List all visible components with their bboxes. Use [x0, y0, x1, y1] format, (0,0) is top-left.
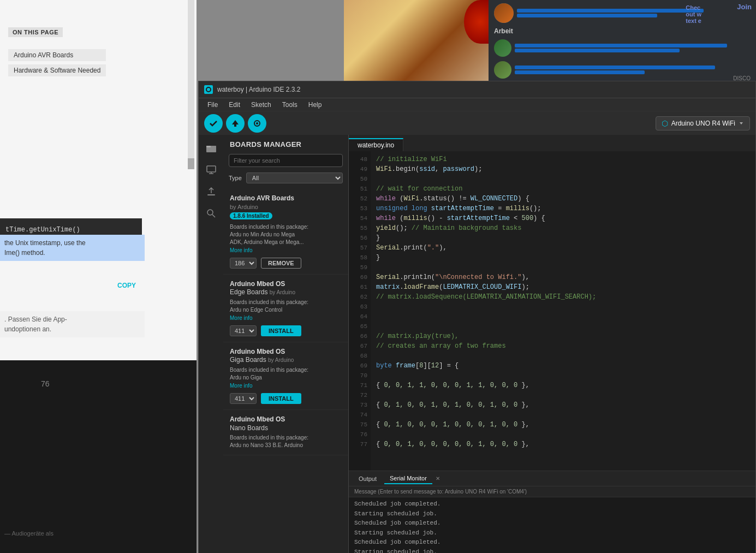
code-line-70 [376, 371, 750, 380]
board-giga-desc: Boards included in this package:Ardu no … [230, 366, 342, 382]
doc-nav-goals[interactable]: Arduino AVR Boards [8, 49, 106, 61]
upload-button[interactable] [226, 114, 245, 133]
code-line-77: { 0, 0, 1, 0, 0, 0, 0, 0, 1, 0, 0, 0 }, [376, 439, 750, 449]
code-line-64 [376, 312, 750, 322]
sidebar-monitor-icon[interactable] [203, 161, 220, 179]
debugger-button[interactable] [248, 114, 266, 133]
boards-search-input[interactable] [229, 154, 343, 167]
board-giga-controls: 411 INSTALL [230, 393, 342, 404]
avatar-3 [494, 61, 511, 79]
output-tab-serial[interactable]: Serial Monitor [384, 473, 432, 484]
board-giga-install-button[interactable]: INSTALL [261, 393, 301, 404]
board-avr-more[interactable]: More info [230, 247, 342, 253]
board-name: Arduino UNO R4 WiFi [671, 120, 735, 127]
board-selector[interactable]: ⬡ Arduino UNO R4 WiFi [656, 116, 750, 130]
join-button[interactable]: Join [737, 3, 752, 11]
line-55: 55 [349, 223, 371, 233]
editor-area: waterboy.ino 48 49 50 51 52 53 54 55 56 … [349, 135, 755, 553]
output-content: Scheduled job completed. Starting schedu… [349, 497, 755, 553]
output-tabs: Output Serial Monitor ✕ [349, 471, 755, 486]
type-select[interactable]: All [246, 173, 343, 183]
sidebar-upload-icon[interactable] [203, 183, 220, 200]
sidebar-icons [199, 135, 223, 553]
join-subtext: Chec out w text e [686, 4, 701, 24]
board-giga-name: Arduino Mbed OSGiga Boards by Arduino [230, 348, 342, 365]
doc-nav-hardware[interactable]: Hardware & Software Needed [8, 64, 106, 76]
menu-tools[interactable]: Tools [278, 100, 302, 110]
board-item-edge: Arduino Mbed OSEdge Boards by Arduino Bo… [223, 275, 348, 342]
scrollbar-thumb[interactable] [188, 158, 194, 169]
app-icon [204, 85, 213, 94]
output-line-2: Starting scheduled job. [354, 509, 750, 519]
line-68: 68 [349, 351, 371, 361]
line-53: 53 [349, 204, 371, 213]
menu-file[interactable]: File [203, 100, 222, 110]
chat-line-2b [515, 49, 680, 52]
join-subtext-lines: Chec out w text e [686, 4, 701, 24]
code-line-51: // wait for connection [376, 184, 750, 194]
line-48: 48 [349, 154, 371, 164]
bottom-counter: 76 [41, 379, 50, 388]
menu-help[interactable]: Help [304, 100, 326, 110]
board-avr-name: Arduino AVR Boards [230, 194, 342, 203]
code-line-67: // creates an array of two frames [376, 341, 750, 351]
chat-line-2a [515, 44, 727, 47]
board-edge-version[interactable]: 411 [230, 325, 257, 336]
line-65: 65 [349, 322, 371, 331]
chat-line-1b [517, 14, 657, 17]
editor-tab-waterboy[interactable]: waterboy.ino [349, 138, 403, 151]
board-nano-name: Arduino Mbed OSNano Boards [230, 415, 342, 432]
chat-line-1a [517, 9, 704, 13]
board-giga-version[interactable]: 411 [230, 393, 257, 404]
svg-marker-0 [232, 120, 239, 127]
board-giga-more[interactable]: More info [230, 383, 342, 389]
close-serial-tab[interactable]: ✕ [436, 475, 440, 481]
main-content: BOARDS MANAGER Type All Arduino AVR Boar… [199, 135, 755, 553]
code-line-62: // matrix.loadSequence(LEDMATRIX_ANIMATI… [376, 292, 750, 302]
board-avr-badge: 1.8.6 Installed [230, 212, 272, 219]
output-panel: Output Serial Monitor ✕ Message (Enter t… [349, 471, 755, 553]
code-line-66: // matrix.play(true), [376, 331, 750, 341]
avatar-1 [494, 3, 514, 23]
board-icon: ⬡ [662, 119, 668, 128]
line-74: 74 [349, 410, 371, 420]
code-line-53: unsigned long startAttemptTime = millis(… [376, 204, 750, 213]
boards-manager-title: BOARDS MANAGER [223, 135, 348, 152]
doc-description-text: the Unix timestamp, use theIme() method. [4, 239, 86, 257]
sidebar-folder-icon[interactable] [203, 139, 220, 157]
board-edge-desc: Boards included in this package:Ardu no … [230, 299, 342, 314]
code-line-75: { 0, 1, 0, 0, 0, 1, 0, 0, 0, 1, 0, 0 }, [376, 420, 750, 430]
scrollbar[interactable] [188, 0, 194, 169]
code-line-63 [376, 302, 750, 312]
board-edge-name: Arduino Mbed OSEdge Boards by Arduino [230, 280, 342, 297]
code-line-50 [376, 174, 750, 184]
line-49: 49 [349, 164, 371, 174]
menubar: File Edit Sketch Tools Help [199, 98, 755, 111]
menu-edit[interactable]: Edit [224, 100, 245, 110]
output-tab-output[interactable]: Output [353, 474, 382, 484]
board-avr-remove-button[interactable]: REMOVE [261, 258, 301, 269]
editor-tabs: waterboy.ino [349, 135, 755, 151]
code-line-58: } [376, 253, 750, 263]
chat-line-3b [515, 70, 645, 74]
code-line-54: while (millis() - startAttemptTime < 500… [376, 213, 750, 223]
output-line-6: Starting scheduled job. [354, 548, 750, 553]
copy-button[interactable]: COPY [117, 282, 136, 289]
board-avr-version[interactable]: 186 [230, 258, 257, 269]
menu-sketch[interactable]: Sketch [247, 100, 276, 110]
chat-text-3 [515, 66, 751, 74]
monitor-svg [206, 165, 216, 174]
board-edge-install-button[interactable]: INSTALL [261, 325, 301, 336]
sidebar-search-icon[interactable] [203, 205, 220, 222]
discord-top-row: Join [489, 0, 756, 26]
verify-button[interactable] [204, 114, 223, 133]
bottom-note: — Audiogeräte als [4, 530, 53, 537]
discord-row-3 [489, 59, 756, 81]
window-title: waterboy | Arduino IDE 2.3.2 [217, 86, 301, 93]
code-editor[interactable]: // initialize WiFi WiFi.begin(ssid, pass… [371, 151, 755, 471]
line-76: 76 [349, 430, 371, 439]
join-line3: text e [686, 17, 701, 24]
output-line-5: Scheduled job completed. [354, 538, 750, 548]
debugger-icon [253, 119, 261, 128]
board-edge-more[interactable]: More info [230, 315, 342, 321]
